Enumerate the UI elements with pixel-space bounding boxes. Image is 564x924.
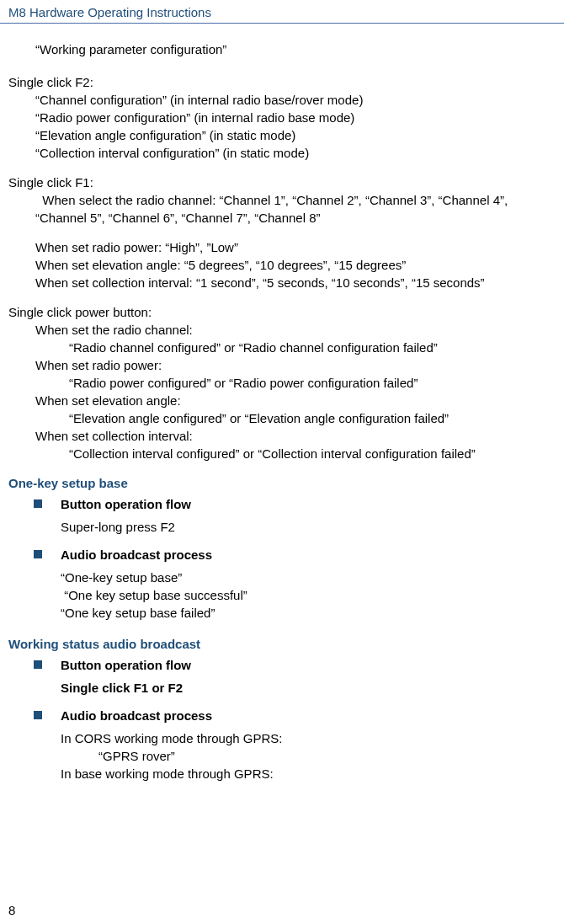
ws-bullet-2-label: Audio broadcast process — [61, 707, 212, 724]
ws-bullet-1-label: Button operation flow — [61, 656, 191, 674]
section-f1: Single click F1: When select the radio c… — [8, 174, 540, 291]
f2-line-2: “Elevation angle configuration” (in stat… — [8, 126, 540, 144]
one-key-bullet-2-label: Audio broadcast process — [61, 546, 212, 563]
f1-line-2: When set collection interval: “1 second”… — [8, 274, 540, 291]
bullet-icon — [34, 660, 42, 669]
bullet-icon — [34, 711, 42, 719]
one-key-b2-line-0: “One-key setup base” — [61, 569, 540, 586]
power-g2-result: “Elevation angle configured” or “Elevati… — [8, 409, 540, 427]
f2-line-1: “Radio power configuration” (in internal… — [8, 109, 540, 126]
ws-bullet-1-body: Single click F1 or F2 — [61, 679, 540, 697]
f1-line-0: When set radio power: “High”, ”Low” — [8, 238, 540, 256]
power-g0-label: When set the radio channel: — [8, 321, 540, 339]
f1-channel-line: When select the radio channel: “Channel … — [8, 191, 540, 227]
f2-line-0: “Channel configuration” (in internal rad… — [8, 91, 540, 109]
f1-title: Single click F1: — [8, 174, 540, 191]
working-status-title: Working status audio broadcast — [8, 635, 540, 653]
ws-b2-line-0: In CORS working mode through GPRS: — [61, 729, 540, 747]
ws-bullet-2-body: In CORS working mode through GPRS: “GPRS… — [61, 729, 540, 782]
top-line: “Working parameter configuration” — [8, 40, 540, 58]
f1-line-1: When set elevation angle: “5 degrees”, “… — [8, 256, 540, 274]
one-key-title: One-key setup base — [8, 474, 540, 492]
one-key-bullet-2: Audio broadcast process — [34, 546, 540, 563]
page-header: M8 Hardware Operating Instructions — [0, 0, 564, 24]
power-g1-label: When set radio power: — [8, 356, 540, 374]
page-number: 8 — [8, 903, 15, 917]
bullet-icon — [34, 550, 42, 558]
one-key-bullet-2-body: “One-key setup base” “One key setup base… — [61, 569, 540, 622]
power-g1-result: “Radio power configured” or “Radio power… — [8, 374, 540, 392]
bullet-icon — [34, 499, 42, 508]
one-key-bullet-1: Button operation flow — [34, 495, 540, 513]
one-key-bullet-1-label: Button operation flow — [61, 495, 191, 513]
page-content: “Working parameter configuration” Single… — [0, 40, 564, 782]
one-key-bullet-1-body: Super-long press F2 — [61, 518, 540, 536]
ws-b2-line-2: In base working mode through GPRS: — [61, 765, 540, 782]
power-g2-label: When set elevation angle: — [8, 392, 540, 409]
section-power: Single click power button: When set the … — [8, 303, 540, 462]
power-g3-label: When set collection interval: — [8, 427, 540, 445]
ws-bullet-2: Audio broadcast process — [34, 707, 540, 724]
page: M8 Hardware Operating Instructions “Work… — [0, 0, 564, 924]
f2-title: Single click F2: — [8, 73, 540, 91]
ws-bullet-1: Button operation flow — [34, 656, 540, 674]
power-title: Single click power button: — [8, 303, 540, 321]
one-key-b2-line-1: “One key setup base successful” — [61, 586, 540, 604]
ws-b2-line-1: “GPRS rover” — [61, 747, 540, 765]
section-f2: Single click F2: “Channel configuration”… — [8, 73, 540, 162]
power-g0-result: “Radio channel configured” or “Radio cha… — [8, 339, 540, 356]
f2-line-3: “Collection interval configuration” (in … — [8, 144, 540, 162]
power-g3-result: “Collection interval configured” or “Col… — [8, 445, 540, 462]
one-key-b2-line-2: “One key setup base failed” — [61, 604, 540, 622]
